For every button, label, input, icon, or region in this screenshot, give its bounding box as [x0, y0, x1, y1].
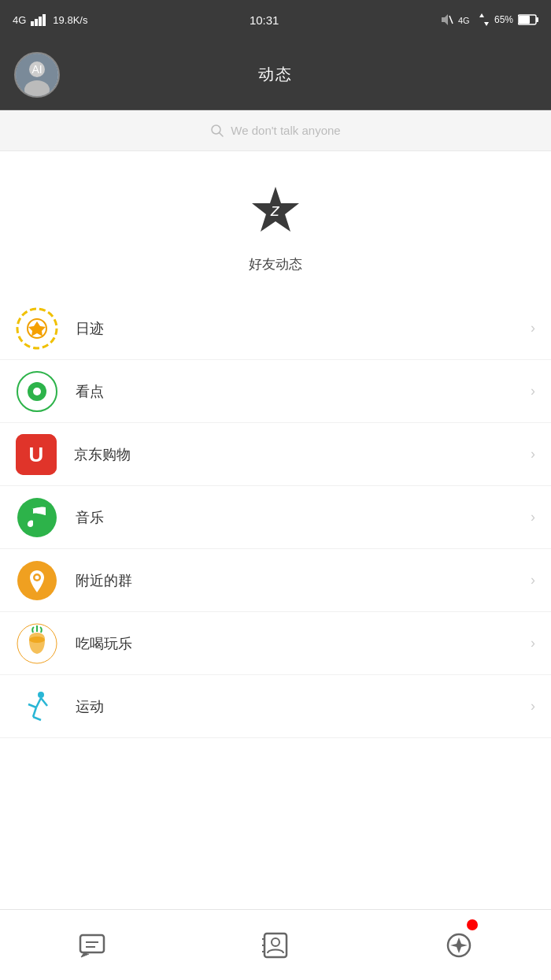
status-left: 4G 19.8K/s: [13, 13, 87, 26]
contacts-icon: [261, 931, 290, 960]
page-title: 动态: [258, 64, 293, 85]
svg-point-25: [33, 388, 41, 395]
svg-rect-11: [519, 16, 530, 24]
music-label: 音乐: [76, 508, 531, 527]
fujin-arrow: ›: [531, 572, 535, 588]
svg-marker-8: [484, 22, 489, 26]
svg-rect-2: [39, 17, 42, 26]
svg-rect-0: [31, 21, 34, 26]
svg-line-5: [449, 16, 453, 24]
battery-label: 65%: [494, 14, 513, 25]
jingdong-arrow: ›: [531, 446, 535, 462]
list-item-jingdong[interactable]: U 京东购物 ›: [0, 423, 551, 486]
svg-rect-10: [536, 17, 538, 22]
search-icon: [210, 124, 224, 138]
riji-arrow: ›: [531, 320, 535, 336]
list-item-yundong[interactable]: 运动 ›: [0, 675, 551, 738]
music-arrow: ›: [531, 509, 535, 525]
tab-messages[interactable]: [0, 910, 183, 980]
fujin-label: 附近的群: [76, 571, 531, 590]
svg-point-31: [35, 575, 39, 579]
status-time: 10:31: [250, 13, 279, 27]
status-right: 4G 65%: [441, 13, 538, 26]
mute-icon: [441, 13, 453, 26]
messages-icon: [78, 931, 106, 960]
kandian-arrow: ›: [531, 383, 535, 399]
svg-marker-4: [442, 14, 448, 25]
yundong-label: 运动: [76, 697, 531, 716]
svg-text:z: z: [270, 200, 280, 220]
signal-icon: [31, 13, 48, 26]
hero-star-icon: z: [248, 183, 303, 246]
svg-line-17: [220, 132, 224, 136]
svg-marker-7: [479, 13, 484, 17]
yundong-icon: [16, 685, 58, 728]
svg-text:4G: 4G: [458, 16, 470, 25]
svg-point-36: [38, 692, 44, 698]
discover-badge: [467, 919, 478, 930]
search-inner: We don't talk anyone: [210, 124, 340, 138]
music-icon: [16, 496, 58, 539]
list-item-music[interactable]: 音乐 ›: [0, 486, 551, 549]
riji-icon: [16, 307, 58, 350]
menu-list: 日迹 › 看点 › U 京东购物 ›: [0, 297, 551, 738]
search-bar[interactable]: We don't talk anyone: [0, 110, 551, 151]
hero-section: z 好友动态: [0, 151, 551, 297]
svg-point-28: [17, 498, 57, 537]
yundong-arrow: ›: [531, 698, 535, 715]
jingdong-icon: U: [16, 434, 57, 475]
kandian-label: 看点: [76, 382, 531, 401]
svg-text:U: U: [29, 443, 44, 466]
tab-contacts[interactable]: [183, 910, 367, 980]
discover-icon: [445, 931, 473, 960]
battery-icon: [518, 14, 538, 25]
jingdong-label: 京东购物: [74, 445, 531, 464]
riji-label: 日迹: [76, 319, 531, 338]
tab-discover[interactable]: [368, 910, 551, 980]
list-item-riji[interactable]: 日迹 ›: [0, 297, 551, 360]
list-item-kandian[interactable]: 看点 ›: [0, 360, 551, 423]
svg-marker-22: [28, 321, 46, 336]
content-area: We don't talk anyone z 好友动态 日迹 ›: [0, 110, 551, 909]
tab-bar: [0, 909, 551, 980]
chiheyule-icon: [16, 622, 58, 665]
search-placeholder: We don't talk anyone: [231, 124, 340, 137]
fujin-icon: [16, 559, 58, 602]
svg-text:AI: AI: [31, 63, 42, 76]
kandian-icon: [16, 370, 58, 413]
svg-marker-51: [450, 937, 468, 953]
svg-rect-1: [35, 19, 38, 26]
speed-label: 19.8K/s: [53, 14, 87, 26]
svg-rect-42: [80, 935, 104, 952]
avatar[interactable]: AI: [14, 52, 60, 98]
header: AI 动态: [0, 39, 551, 110]
svg-rect-3: [43, 14, 46, 26]
network-label: 4G: [13, 14, 26, 26]
list-item-chiheyule[interactable]: 吃喝玩乐 ›: [0, 612, 551, 675]
svg-point-34: [29, 637, 45, 643]
status-bar: 4G 19.8K/s 10:31 4G 65%: [0, 0, 551, 39]
hero-label: 好友动态: [249, 255, 302, 273]
list-item-fujin[interactable]: 附近的群 ›: [0, 549, 551, 612]
svg-point-46: [272, 938, 279, 946]
lte-icon: 4G: [458, 13, 474, 26]
chiheyule-arrow: ›: [531, 635, 535, 651]
chiheyule-label: 吃喝玩乐: [76, 634, 531, 653]
data-arrows-icon: [479, 13, 490, 26]
